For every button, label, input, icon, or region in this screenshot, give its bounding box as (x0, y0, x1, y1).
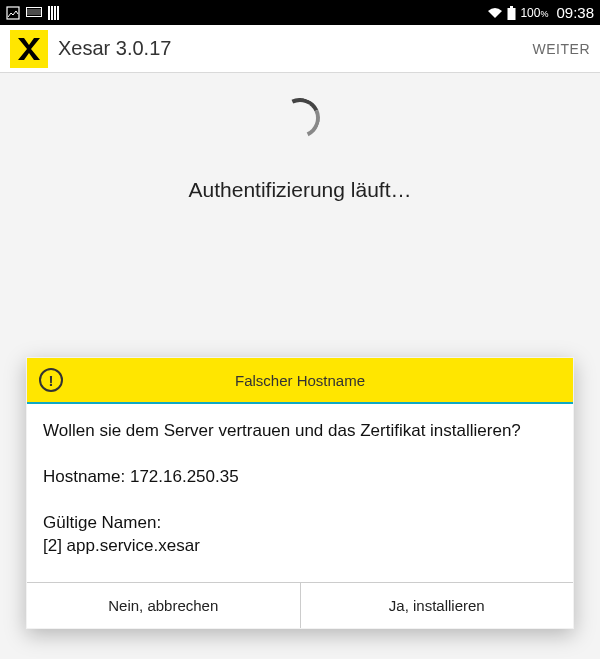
dialog-buttons: Nein, abbrechen Ja, installieren (27, 583, 573, 628)
cancel-button[interactable]: Nein, abbrechen (27, 583, 300, 628)
dialog-title: Falscher Hostname (75, 372, 525, 389)
confirm-button[interactable]: Ja, installieren (300, 583, 574, 628)
dialog-overlay: ! Falscher Hostname Wollen sie dem Serve… (0, 0, 600, 659)
dialog-body: Wollen sie dem Server vertrauen und das … (27, 404, 573, 583)
alert-icon: ! (39, 368, 63, 392)
dialog-header: ! Falscher Hostname (27, 358, 573, 404)
hostname-dialog: ! Falscher Hostname Wollen sie dem Serve… (26, 357, 574, 629)
